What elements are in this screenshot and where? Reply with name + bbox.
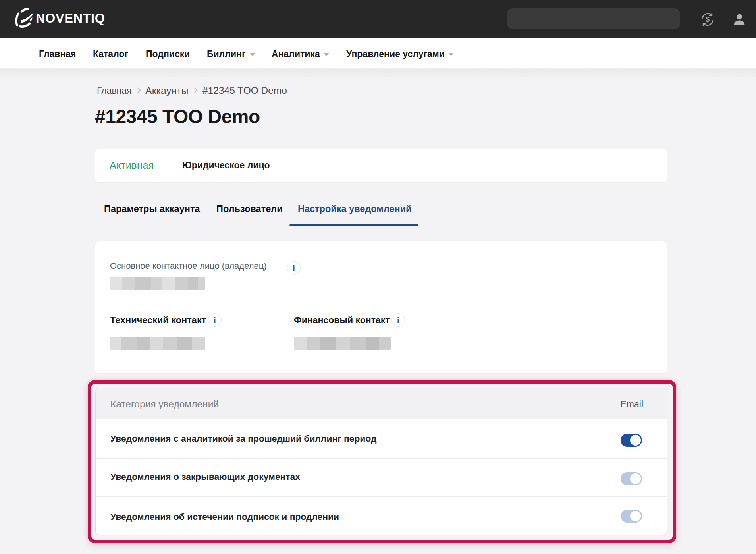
svg-text:NOVENTIQ: NOVENTIQ xyxy=(36,11,105,25)
svg-text:$: $ xyxy=(706,15,710,23)
